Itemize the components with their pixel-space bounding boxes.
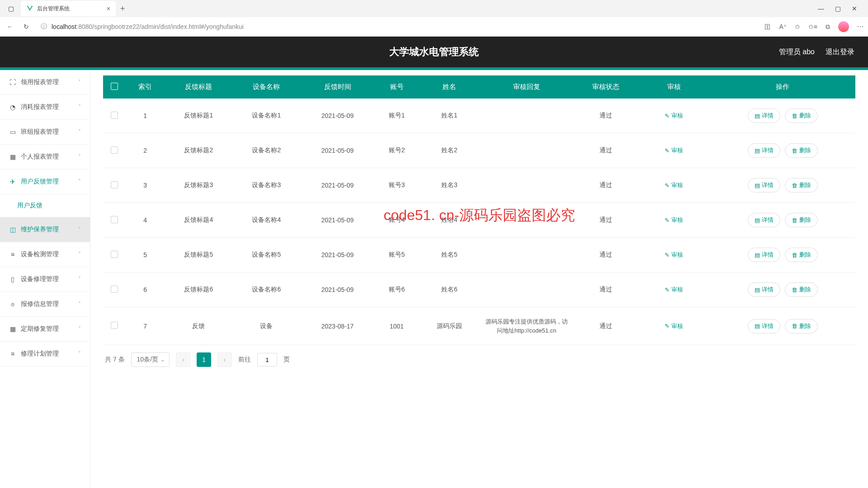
menu-label: 消耗报表管理 xyxy=(21,103,59,111)
more-icon[interactable]: ⋯ xyxy=(857,23,863,30)
app-root: 大学城水电管理系统 管理员 abo 退出登录 ⛶ 领用报表管理 ˅◔ 消耗报表管… xyxy=(0,37,868,488)
submenu-item[interactable]: 用户反馈 xyxy=(0,194,90,217)
detail-button[interactable]: ▤详情 xyxy=(748,143,780,158)
detail-button[interactable]: ▤详情 xyxy=(748,108,780,123)
goto-page-input[interactable] xyxy=(257,353,277,366)
cell-device: 设备名称2 xyxy=(232,133,300,168)
cell-device: 设备 xyxy=(232,307,300,345)
logout-button[interactable]: 退出登录 xyxy=(826,47,854,57)
pagination: 共 7 条 10条/页 ‹ 1 › 前往 页 xyxy=(103,345,855,374)
cell-name: 姓名1 xyxy=(419,99,480,133)
detail-button[interactable]: ▤详情 xyxy=(748,319,780,333)
audit-button[interactable]: ✎审核 xyxy=(658,283,689,296)
profile-avatar[interactable] xyxy=(838,21,849,32)
goto-prefix: 前往 xyxy=(238,356,251,364)
cell-index: 2 xyxy=(126,133,165,168)
star-outline-icon[interactable]: ✩ xyxy=(795,23,800,30)
audit-button[interactable]: ✎审核 xyxy=(658,319,689,333)
sidebar-item-6[interactable]: ≡ 设备检测管理 ˅ xyxy=(0,242,90,267)
next-page-button[interactable]: › xyxy=(217,352,232,367)
cell-index: 5 xyxy=(126,238,165,272)
back-button[interactable]: ← xyxy=(5,21,15,32)
row-checkbox[interactable] xyxy=(111,146,118,154)
prev-page-button[interactable]: ‹ xyxy=(176,352,190,367)
audit-button[interactable]: ✎审核 xyxy=(658,248,689,262)
favorites-icon[interactable]: ✩≡ xyxy=(808,23,817,30)
table-header: 索引反馈标题设备名称反馈时间账号姓名审核回复审核状态审核操作 xyxy=(103,75,855,99)
cell-status: 通过 xyxy=(573,307,638,345)
chevron-down-icon: ˅ xyxy=(78,301,81,307)
row-checkbox[interactable] xyxy=(111,251,118,258)
cell-status: 通过 xyxy=(573,133,638,168)
row-checkbox[interactable] xyxy=(111,112,118,119)
delete-button[interactable]: 🗑删除 xyxy=(785,143,818,158)
delete-button[interactable]: 🗑删除 xyxy=(785,178,818,192)
key-icon[interactable]: ⚿ xyxy=(764,23,771,30)
sidebar-item-10[interactable]: ≡ 修理计划管理 ˅ xyxy=(0,342,90,366)
cell-ops: ▤详情 🗑删除 xyxy=(710,272,855,307)
menu-label: 报修信息管理 xyxy=(21,300,59,308)
chevron-down-icon: ˅ xyxy=(78,104,81,110)
delete-button[interactable]: 🗑删除 xyxy=(785,108,818,123)
site-info-icon[interactable]: ⓘ xyxy=(41,23,47,31)
collections-icon[interactable]: ⧉ xyxy=(826,23,830,31)
detail-button[interactable]: ▤详情 xyxy=(748,213,780,227)
cell-status: 通过 xyxy=(573,203,638,238)
trash-icon: 🗑 xyxy=(792,113,797,119)
audit-button[interactable]: ✎审核 xyxy=(658,213,689,227)
trash-icon: 🗑 xyxy=(792,286,797,293)
cell-index: 1 xyxy=(126,99,165,133)
delete-button[interactable]: 🗑删除 xyxy=(785,213,818,227)
cell-account: 账号5 xyxy=(375,238,419,272)
url-box[interactable]: ⓘ localhost:8080/springbootrze22/admin/d… xyxy=(37,19,759,34)
cell-audit: ✎审核 xyxy=(638,307,710,345)
row-checkbox[interactable] xyxy=(111,322,118,329)
cell-account: 1001 xyxy=(375,307,419,345)
sidebar-item-8[interactable]: ⌾ 报修信息管理 ˅ xyxy=(0,292,90,317)
page-1-button[interactable]: 1 xyxy=(197,352,211,367)
sidebar-item-2[interactable]: ▭ 班组报表管理 ˅ xyxy=(0,120,90,145)
row-checkbox[interactable] xyxy=(111,286,118,293)
audit-button[interactable]: ✎审核 xyxy=(658,109,689,122)
pagination-total: 共 7 条 xyxy=(105,356,125,364)
read-aloud-icon[interactable]: A⁺ xyxy=(779,23,786,30)
sidebar-item-5[interactable]: ◫ 维护保养管理 ˅ xyxy=(0,217,90,242)
audit-button[interactable]: ✎审核 xyxy=(658,178,689,192)
detail-button[interactable]: ▤详情 xyxy=(748,178,780,192)
maximize-button[interactable]: ▢ xyxy=(835,5,841,12)
row-checkbox[interactable] xyxy=(111,181,118,188)
sidebar-item-1[interactable]: ◔ 消耗报表管理 ˅ xyxy=(0,95,90,120)
refresh-button[interactable]: ↻ xyxy=(21,21,32,32)
row-checkbox[interactable] xyxy=(111,216,118,223)
minimize-button[interactable]: — xyxy=(818,5,824,12)
sidebar-item-9[interactable]: ▦ 定期修复管理 ˅ xyxy=(0,317,90,342)
audit-button[interactable]: ✎审核 xyxy=(658,144,689,157)
detail-button[interactable]: ▤详情 xyxy=(748,248,780,262)
delete-button[interactable]: 🗑删除 xyxy=(785,282,818,297)
delete-button[interactable]: 🗑删除 xyxy=(785,319,818,333)
tab-list-button[interactable]: ▢ xyxy=(4,1,18,16)
new-tab-button[interactable]: + xyxy=(120,4,125,14)
cell-title: 反馈标题3 xyxy=(165,168,232,203)
header-right: 管理员 abo 退出登录 xyxy=(779,47,854,57)
detail-button[interactable]: ▤详情 xyxy=(748,282,780,297)
cell-ops: ▤详情 🗑删除 xyxy=(710,99,855,133)
edit-icon: ✎ xyxy=(665,182,670,189)
cell-audit: ✎审核 xyxy=(638,133,710,168)
sidebar-item-0[interactable]: ⛶ 领用报表管理 ˅ xyxy=(0,70,90,95)
goto-suffix: 页 xyxy=(283,356,290,364)
page-size-select[interactable]: 10条/页 xyxy=(131,352,170,367)
chevron-up-icon: ˄ xyxy=(78,178,81,185)
delete-button[interactable]: 🗑删除 xyxy=(785,248,818,262)
sidebar-item-7[interactable]: ▯ 设备修理管理 ˅ xyxy=(0,267,90,292)
menu-icon: ≡ xyxy=(9,350,16,357)
cell-status: 通过 xyxy=(573,168,638,203)
close-window-button[interactable]: ✕ xyxy=(852,5,857,12)
trash-icon: 🗑 xyxy=(792,217,797,224)
select-all-checkbox[interactable] xyxy=(111,83,118,90)
close-tab-icon[interactable]: × xyxy=(107,5,110,12)
admin-label[interactable]: 管理员 abo xyxy=(779,47,815,57)
sidebar-item-4[interactable]: ✈ 用户反馈管理 ˄ xyxy=(0,169,90,194)
sidebar-item-3[interactable]: ▦ 个人报表管理 ˅ xyxy=(0,145,90,169)
browser-tab[interactable]: 后台管理系统 × xyxy=(21,1,116,16)
